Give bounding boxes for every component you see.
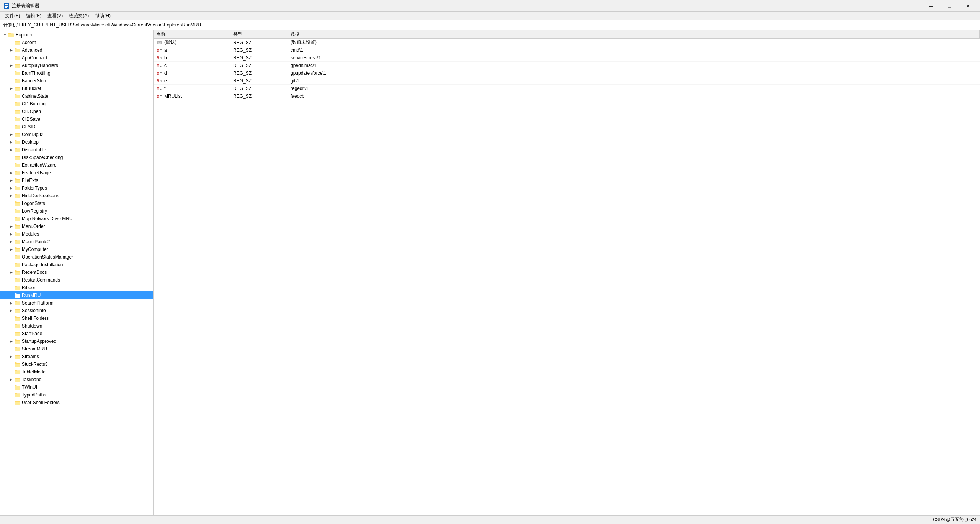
tree-item-fileexts[interactable]: ▶ FileExts bbox=[0, 177, 153, 184]
detail-row-7[interactable]: ab c MRUListREG_SZfaedcb bbox=[154, 92, 980, 100]
tree-item-cidsave[interactable]: CIDSave bbox=[0, 115, 153, 123]
tree-item-bannerstore[interactable]: BannerStore bbox=[0, 77, 153, 85]
expand-arrow-mapnetworkdrivemru[interactable] bbox=[8, 216, 14, 222]
expand-arrow-searchplatform[interactable]: ▶ bbox=[8, 300, 14, 306]
expand-arrow-cabinetstate[interactable] bbox=[8, 93, 14, 99]
expand-arrow-featureusage[interactable]: ▶ bbox=[8, 170, 14, 176]
tree-item-explorer[interactable]: ▼ Explorer bbox=[0, 31, 153, 39]
tree-item-startpage[interactable]: StartPage bbox=[0, 330, 153, 337]
tree-item-hidedesktopicons[interactable]: ▶ HideDesktopIcons bbox=[0, 192, 153, 200]
tree-item-ribbon[interactable]: Ribbon bbox=[0, 284, 153, 291]
tree-item-accent[interactable]: Accent bbox=[0, 39, 153, 46]
expand-arrow-shellfolders[interactable] bbox=[8, 315, 14, 321]
tree-item-packageinstallation[interactable]: Package Installation bbox=[0, 261, 153, 269]
tree-item-comdlg32[interactable]: ▶ ComDlg32 bbox=[0, 131, 153, 138]
detail-row-2[interactable]: ab c bREG_SZservices.msc\1 bbox=[154, 54, 980, 62]
expand-arrow-bitbucket[interactable]: ▶ bbox=[8, 85, 14, 92]
expand-arrow-advanced[interactable]: ▶ bbox=[8, 47, 14, 53]
expand-arrow-recentdocs[interactable]: ▶ bbox=[8, 269, 14, 275]
col-header-name[interactable]: 名称 bbox=[154, 30, 230, 38]
tree-item-discardable[interactable]: ▶ Discardable bbox=[0, 146, 153, 154]
detail-row-4[interactable]: ab c dREG_SZgpupdate /force\1 bbox=[154, 69, 980, 77]
expand-arrow-accent[interactable] bbox=[8, 39, 14, 46]
tree-item-bitbucket[interactable]: ▶ BitBucket bbox=[0, 85, 153, 92]
expand-arrow-bamthrottling[interactable] bbox=[8, 70, 14, 76]
tree-item-desktop[interactable]: ▶ Desktop bbox=[0, 138, 153, 146]
col-header-data[interactable]: 数据 bbox=[287, 30, 980, 38]
expand-arrow-shutdown[interactable] bbox=[8, 323, 14, 329]
expand-arrow-sessioninfo[interactable]: ▶ bbox=[8, 308, 14, 314]
tree-item-lowregistry[interactable]: LowRegistry bbox=[0, 207, 153, 215]
expand-arrow-mycomputer[interactable]: ▶ bbox=[8, 246, 14, 252]
expand-arrow-discardable[interactable]: ▶ bbox=[8, 147, 14, 153]
tree-item-clsid[interactable]: CLSID bbox=[0, 123, 153, 131]
close-button[interactable]: ✕ bbox=[959, 1, 977, 11]
tree-item-usershellfolders[interactable]: User Shell Folders bbox=[0, 399, 153, 406]
tree-pane[interactable]: ▼ Explorer Accent▶ Advanced AppContract▶… bbox=[0, 30, 154, 515]
expand-arrow-twinui[interactable] bbox=[8, 384, 14, 390]
tree-item-recentdocs[interactable]: ▶ RecentDocs bbox=[0, 269, 153, 276]
tree-item-sessioninfo[interactable]: ▶ SessionInfo bbox=[0, 307, 153, 314]
tree-item-mapnetworkdrivemru[interactable]: Map Network Drive MRU bbox=[0, 215, 153, 223]
expand-arrow-appcontract[interactable] bbox=[8, 55, 14, 61]
tree-item-taskband[interactable]: ▶ Taskband bbox=[0, 376, 153, 383]
tree-item-operationstatusmanager[interactable]: OperationStatusManager bbox=[0, 253, 153, 261]
expand-arrow-cdburning[interactable] bbox=[8, 101, 14, 107]
expand-arrow-hidedesktopicons[interactable]: ▶ bbox=[8, 193, 14, 199]
expand-arrow-lowregistry[interactable] bbox=[8, 208, 14, 214]
tree-item-cidopen[interactable]: CIDOpen bbox=[0, 108, 153, 115]
menu-file[interactable]: 文件(F) bbox=[2, 12, 23, 20]
tree-item-mycomputer[interactable]: ▶ MyComputer bbox=[0, 246, 153, 253]
expand-arrow-fileexts[interactable]: ▶ bbox=[8, 177, 14, 183]
menu-view[interactable]: 查看(V) bbox=[44, 12, 66, 20]
tree-item-bamthrottling[interactable]: BamThrottling bbox=[0, 69, 153, 77]
tree-item-startupapproved[interactable]: ▶ StartupApproved bbox=[0, 337, 153, 345]
expand-arrow-streams[interactable]: ▶ bbox=[8, 354, 14, 360]
expand-arrow-clsid[interactable] bbox=[8, 124, 14, 130]
expand-arrow-startupapproved[interactable]: ▶ bbox=[8, 338, 14, 344]
detail-row-0[interactable]: ab (默认)REG_SZ(数值未设置) bbox=[154, 39, 980, 46]
tree-item-autoplayhandlers[interactable]: ▶ AutoplayHandlers bbox=[0, 62, 153, 69]
tree-item-mountpoints2[interactable]: ▶ MountPoints2 bbox=[0, 238, 153, 246]
expand-arrow-stuckrects3[interactable] bbox=[8, 361, 14, 367]
expand-arrow-explorer[interactable]: ▼ bbox=[2, 32, 8, 38]
tree-item-streams[interactable]: ▶ Streams bbox=[0, 353, 153, 360]
expand-arrow-streammru[interactable] bbox=[8, 346, 14, 352]
maximize-button[interactable]: □ bbox=[941, 1, 958, 11]
tree-item-appcontract[interactable]: AppContract bbox=[0, 54, 153, 62]
tree-item-shellfolders[interactable]: Shell Folders bbox=[0, 314, 153, 322]
expand-arrow-extractionwizard[interactable] bbox=[8, 162, 14, 168]
tree-item-menuorder[interactable]: ▶ MenuOrder bbox=[0, 223, 153, 230]
expand-arrow-comdlg32[interactable]: ▶ bbox=[8, 131, 14, 138]
expand-arrow-tabletmode[interactable] bbox=[8, 369, 14, 375]
expand-arrow-usershellfolders[interactable] bbox=[8, 400, 14, 406]
tree-item-extractionwizard[interactable]: ExtractionWizard bbox=[0, 161, 153, 169]
expand-arrow-mountpoints2[interactable]: ▶ bbox=[8, 239, 14, 245]
tree-item-logonstats[interactable]: LogonStats bbox=[0, 200, 153, 207]
tree-item-searchplatform[interactable]: ▶ SearchPlatform bbox=[0, 299, 153, 307]
expand-arrow-ribbon[interactable] bbox=[8, 285, 14, 291]
tree-item-diskspacechecking[interactable]: DiskSpaceChecking bbox=[0, 154, 153, 161]
detail-row-1[interactable]: ab c aREG_SZcmd\1 bbox=[154, 46, 980, 54]
expand-arrow-cidsave[interactable] bbox=[8, 116, 14, 122]
tree-item-cabinetstate[interactable]: CabinetState bbox=[0, 92, 153, 100]
expand-arrow-restartcommands[interactable] bbox=[8, 277, 14, 283]
expand-arrow-taskband[interactable]: ▶ bbox=[8, 377, 14, 383]
tree-item-featureusage[interactable]: ▶ FeatureUsage bbox=[0, 169, 153, 177]
tree-item-twinui[interactable]: TWinUI bbox=[0, 383, 153, 391]
tree-item-typedpaths[interactable]: TypedPaths bbox=[0, 391, 153, 399]
detail-row-3[interactable]: ab c cREG_SZgpedit.msc\1 bbox=[154, 62, 980, 69]
tree-item-restartcommands[interactable]: RestartCommands bbox=[0, 276, 153, 284]
tree-item-advanced[interactable]: ▶ Advanced bbox=[0, 46, 153, 54]
expand-arrow-operationstatusmanager[interactable] bbox=[8, 254, 14, 260]
detail-row-6[interactable]: ab c fREG_SZregedit\1 bbox=[154, 85, 980, 92]
expand-arrow-logonstats[interactable] bbox=[8, 200, 14, 206]
expand-arrow-bannerstore[interactable] bbox=[8, 78, 14, 84]
expand-arrow-startpage[interactable] bbox=[8, 331, 14, 337]
menu-favorites[interactable]: 收藏夹(A) bbox=[66, 12, 92, 20]
expand-arrow-menuorder[interactable]: ▶ bbox=[8, 223, 14, 229]
col-header-type[interactable]: 类型 bbox=[230, 30, 287, 38]
tree-item-cdburning[interactable]: CD Burning bbox=[0, 100, 153, 108]
expand-arrow-foldertypes[interactable]: ▶ bbox=[8, 185, 14, 191]
minimize-button[interactable]: ─ bbox=[922, 1, 940, 11]
